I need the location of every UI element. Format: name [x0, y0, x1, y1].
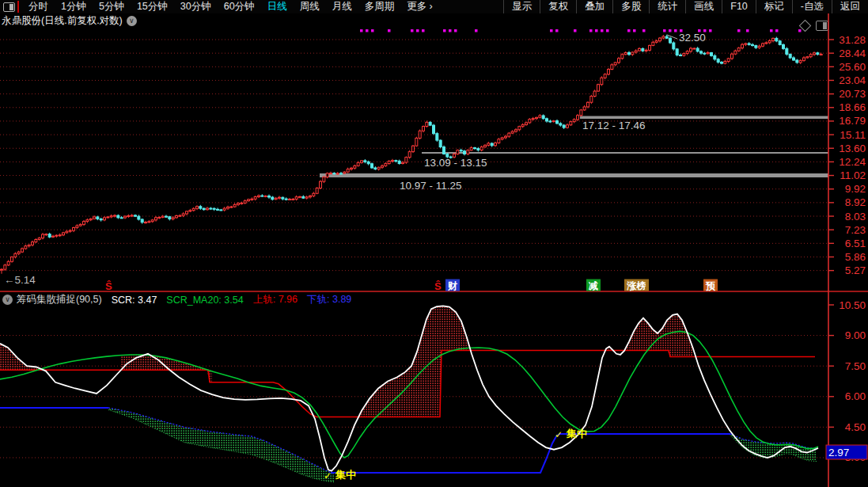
candle-body — [192, 208, 195, 210]
candlestick-series[interactable] — [1, 35, 823, 274]
candle-body — [141, 219, 143, 223]
marker-dot — [709, 29, 712, 32]
candle-body — [552, 121, 555, 122]
candle-body — [264, 196, 267, 196]
candle-body — [809, 55, 812, 57]
candle-body — [645, 50, 647, 51]
candle-body — [429, 122, 431, 125]
candle-body — [467, 150, 469, 154]
candle-body — [179, 215, 181, 216]
current-value-badge-text: 2.97 — [828, 447, 849, 458]
candle-body — [199, 207, 202, 208]
marker-dot — [627, 29, 631, 32]
candle-body — [505, 136, 507, 138]
candle-body — [292, 199, 294, 200]
candle-body — [649, 45, 651, 50]
candle-body — [433, 125, 435, 134]
concentration-label: 集中 — [335, 469, 356, 481]
marker-dot — [798, 29, 802, 32]
candle-body — [261, 196, 263, 196]
indicator-collapse-icon[interactable]: ∨ — [2, 295, 13, 305]
candle-body — [426, 122, 428, 126]
candle-body — [601, 78, 603, 85]
candle-body — [271, 197, 274, 200]
marker-dot — [454, 29, 457, 32]
resistance-band — [320, 173, 828, 177]
candle-body — [611, 65, 613, 70]
candle-body — [515, 130, 517, 131]
candle-body — [583, 107, 586, 110]
concentration-label: 集中 — [566, 428, 587, 439]
candle-body — [117, 215, 119, 218]
candle-body — [351, 168, 353, 169]
candle-body — [55, 235, 58, 236]
candle-body — [567, 125, 569, 127]
marker-dot — [642, 29, 646, 32]
candle-body — [748, 44, 750, 44]
marker-dot — [360, 29, 363, 32]
candle-body — [207, 208, 209, 210]
candle-body — [1, 269, 3, 270]
candle-body — [186, 211, 188, 214]
candle-body — [248, 200, 250, 201]
candle-body — [364, 161, 366, 162]
candle-body — [398, 161, 400, 163]
main-axis-label: 5.27 — [845, 264, 866, 276]
candle-body — [63, 233, 65, 235]
candle-body — [107, 217, 109, 218]
chart-canvas[interactable]: 17.12 - 17.4613.09 - 13.1510.97 - 11.25 … — [0, 0, 868, 487]
indicator-axis-label: 10.50 — [839, 299, 866, 311]
candle-body — [464, 151, 466, 154]
signal-s-marker: Ŝ — [105, 280, 112, 292]
candle-body — [752, 44, 754, 45]
candle-body — [408, 152, 411, 158]
candle-body — [443, 147, 445, 154]
marker-dot — [606, 29, 609, 32]
candle-body — [377, 167, 380, 169]
candle-body — [768, 40, 771, 42]
candle-body — [460, 150, 462, 151]
peak-price-label: 32.50 — [679, 32, 706, 44]
main-axis-label: 31.28 — [839, 34, 866, 46]
candle-body — [220, 210, 222, 211]
candle-body — [724, 61, 726, 63]
candle-body — [21, 249, 24, 252]
candle-body — [511, 131, 514, 133]
candle-body — [508, 133, 510, 136]
candle-body — [487, 143, 490, 145]
candle-body — [254, 196, 256, 199]
candle-body — [608, 69, 610, 74]
candle-body — [104, 218, 106, 220]
candle-body — [491, 143, 493, 146]
candle-body — [330, 173, 332, 174]
indicator-header: ∨ 筹码集散捕捉(90,5) SCR: 3.47 SCR_MA20: 3.54 … — [0, 293, 361, 306]
candle-body — [28, 245, 30, 245]
candle-body — [673, 43, 675, 49]
resistance-band-label: 10.97 - 11.25 — [400, 180, 462, 192]
candle-body — [525, 123, 528, 125]
candle-body — [316, 188, 318, 193]
marker-dot — [574, 29, 577, 32]
candle-body — [169, 217, 171, 219]
candle-body — [275, 198, 277, 199]
candle-body — [371, 164, 373, 168]
candle-body — [662, 36, 665, 38]
candle-body — [529, 120, 531, 123]
candle-body — [14, 253, 17, 257]
candle-body — [100, 219, 102, 219]
main-axis-label: 25.60 — [839, 61, 866, 73]
indicator-panel[interactable]: ✓集中✓集中 — [0, 306, 818, 482]
candle-body — [484, 145, 487, 146]
candle-body — [652, 42, 654, 45]
candle-body — [241, 203, 243, 204]
candle-body — [604, 74, 606, 78]
indicator-title: 筹码集散捕捉(90,5) — [17, 293, 102, 306]
candle-body — [357, 162, 359, 166]
candle-body — [635, 51, 637, 52]
marker-dot — [746, 29, 749, 32]
lower-band-line — [331, 434, 730, 473]
candle-body — [385, 164, 387, 166]
candle-body — [392, 161, 394, 162]
candle-body — [25, 246, 27, 249]
marker-dot — [595, 29, 598, 32]
